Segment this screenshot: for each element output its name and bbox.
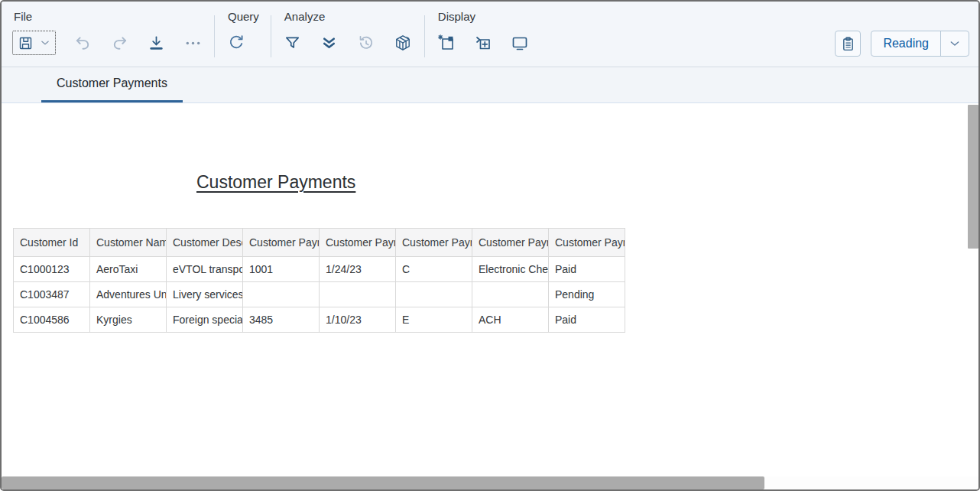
column-header[interactable]: Customer Name [90,229,167,257]
table-cell[interactable]: Foreign specialties [167,307,243,333]
save-chevron-down-icon [40,37,50,48]
table-cell[interactable]: 1/24/23 [320,257,396,282]
column-header[interactable]: Customer Id [14,229,90,257]
history-clock-icon [357,34,375,52]
redo-button[interactable] [109,31,129,54]
more-icon [184,34,202,52]
app-window: File [0,0,980,491]
toolbar-section-display: Display [436,2,530,67]
table-cell[interactable]: Paid [549,307,625,333]
table-head: Customer IdCustomer NameCustomer Descrip… [14,229,625,257]
table-cell[interactable]: Adventures Unlimited [90,282,167,307]
save-icon [18,35,34,51]
table-cell[interactable]: Kyrgies [90,307,167,333]
table-cell[interactable]: 1/10/23 [320,307,396,333]
history-button[interactable] [356,31,376,54]
cube-button[interactable] [393,31,413,54]
toolbar-section-analyze: Analyze [283,2,413,67]
new-sheet-icon [437,34,456,52]
chevron-down-icon [949,37,961,50]
toolbar-separator [214,15,215,57]
toolbar-section-query: Query [226,2,259,67]
table-row: C1003487Adventures UnlimitedLivery servi… [14,282,625,307]
section-label-query: Query [226,8,259,27]
toolbar-separator [424,15,425,57]
table-cell[interactable] [320,282,396,307]
section-label-analyze: Analyze [283,8,413,27]
table-cell[interactable] [396,282,472,307]
column-header[interactable]: Customer Payment Type [396,229,472,257]
tab-bar: Customer Payments [2,67,978,103]
table-cell[interactable]: E [396,307,472,333]
column-header[interactable]: Customer Payment Status [549,229,625,257]
toolbar: File [2,2,978,67]
column-header[interactable]: Customer Payment Method [472,229,549,257]
redo-icon [111,34,128,52]
filter-icon [284,34,301,52]
clipboard-button[interactable] [835,31,861,57]
column-header[interactable]: Customer Description [167,229,243,257]
double-chevron-down-icon [320,34,338,52]
column-header[interactable]: Customer Payment Date [320,229,396,257]
insert-plus-icon [474,34,492,52]
table-cell[interactable]: 1001 [243,257,320,282]
table-cell[interactable]: C1003487 [14,282,90,307]
table-body: C1000123AeroTaxieVTOL transport10011/24/… [14,257,625,333]
column-header[interactable]: Customer Payment Id [243,229,320,257]
save-split-button[interactable] [12,31,56,55]
undo-button[interactable] [73,31,92,54]
content-area: Customer Payments Customer IdCustomer Na… [2,103,978,476]
tab-customer-payments[interactable]: Customer Payments [41,67,183,102]
table-cell[interactable] [472,282,549,307]
table-cell[interactable]: C [396,257,472,282]
vertical-scrollbar-thumb[interactable] [968,105,978,249]
toolbar-right-controls: Reading [835,31,969,57]
vertical-scrollbar[interactable] [968,103,978,476]
horizontal-scrollbar[interactable] [2,476,978,489]
table-cell[interactable]: AeroTaxi [90,257,167,282]
table-row: C1000123AeroTaxieVTOL transport10011/24/… [14,257,625,282]
clipboard-icon [840,36,856,52]
toolbar-separator [271,15,271,57]
more-button[interactable] [183,31,203,54]
refresh-icon [227,34,245,52]
table-cell[interactable]: Livery services [167,282,243,307]
drilldown-button[interactable] [320,31,339,54]
table-cell[interactable]: ACH [472,307,549,333]
filter-button[interactable] [283,31,303,54]
payments-table: Customer IdCustomer NameCustomer Descrip… [13,228,625,333]
download-icon [148,34,165,52]
table-cell[interactable]: Pending [549,282,625,307]
table-cell[interactable] [243,282,320,307]
refresh-button[interactable] [226,31,246,54]
table-row: C1004586KyrgiesForeign specialties34851/… [14,307,625,333]
display-mode-button[interactable] [510,31,530,54]
monitor-icon [511,34,529,52]
cube-icon [394,34,412,52]
table-cell[interactable]: Paid [549,257,625,282]
toolbar-section-file: File [12,2,203,67]
insert-component-button[interactable] [473,31,493,54]
section-label-file: File [12,8,203,27]
new-sheet-button[interactable] [436,31,456,54]
table-cell[interactable]: C1000123 [14,257,90,282]
horizontal-scrollbar-thumb[interactable] [2,476,764,489]
table-cell[interactable]: 3485 [243,307,320,333]
table-cell[interactable]: C1004586 [14,307,90,333]
view-mode-dropdown[interactable] [941,31,969,56]
undo-icon [74,34,92,52]
view-mode-split-button: Reading [871,31,969,57]
download-button[interactable] [146,31,166,54]
view-mode-button[interactable]: Reading [871,31,940,56]
header-row: Customer IdCustomer NameCustomer Descrip… [14,229,625,257]
page-title: Customer Payments [196,172,355,193]
section-label-display: Display [436,8,530,27]
table-cell[interactable]: eVTOL transport [167,257,243,282]
table-cell[interactable]: Electronic Check [472,257,549,282]
